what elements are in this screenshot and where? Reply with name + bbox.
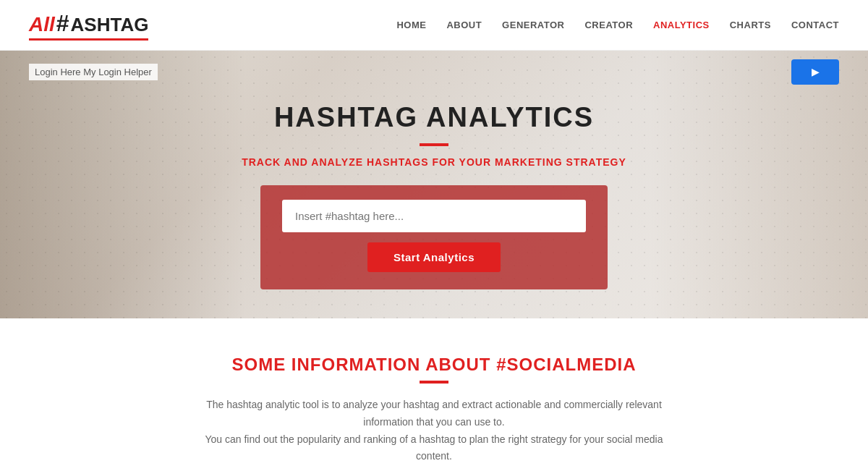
logo[interactable]: All # ASHTAG (29, 10, 148, 41)
start-analytics-button[interactable]: Start Analytics (367, 242, 501, 272)
nav-charts[interactable]: CHARTS (730, 20, 771, 30)
logo-underline (29, 38, 148, 41)
nav-contact[interactable]: CONTACT (791, 20, 839, 30)
hero-top-bar: Login Here My Login Helper ▶ (0, 51, 868, 93)
main-nav: HOME ABOUT GENERATOR CREATOR ANALYTICS C… (396, 20, 839, 30)
hero-search-box: Start Analytics (260, 185, 608, 289)
logo-ashtag: ASHTAG (71, 14, 149, 36)
nav-creator[interactable]: CREATOR (584, 20, 633, 30)
hero-subtitle-before: TRACK AND ANALYZE (242, 156, 367, 168)
info-description: The hashtag analytic tool is to analyze … (188, 397, 680, 465)
hero-blue-button[interactable]: ▶ (791, 59, 839, 85)
info-desc-line2: You can find out the popularity and rank… (205, 433, 663, 462)
nav-analytics[interactable]: ANALYTICS (653, 20, 710, 30)
nav-generator[interactable]: GENERATOR (502, 20, 564, 30)
nav-home[interactable]: HOME (396, 20, 426, 30)
info-desc-line1: The hashtag analytic tool is to analyze … (206, 399, 662, 428)
info-section: SOME INFORMATION ABOUT #SOCIALMEDIA The … (0, 318, 868, 466)
hero-content: HASHTAG ANALYTICS TRACK AND ANALYZE HASH… (242, 102, 626, 289)
info-title-before: SOME INFORMATION ABOUT (231, 355, 496, 374)
logo-hash: # (56, 10, 69, 37)
logo-all: All (29, 14, 55, 35)
info-title-highlight: #SOCIALMEDIA (496, 355, 636, 374)
hero-subtitle-after: FOR YOUR MARKETING STRATEGY (429, 156, 626, 168)
hero-subtitle: TRACK AND ANALYZE HASHTAGS FOR YOUR MARK… (242, 156, 626, 168)
hero-title: HASHTAG ANALYTICS (274, 102, 594, 133)
info-title: SOME INFORMATION ABOUT #SOCIALMEDIA (29, 355, 839, 375)
nav-about[interactable]: ABOUT (446, 20, 482, 30)
info-divider (420, 381, 448, 384)
hashtag-search-input[interactable] (282, 200, 586, 232)
site-header: All # ASHTAG HOME ABOUT GENERATOR CREATO… (0, 0, 868, 51)
hero-subtitle-highlight: HASHTAGS (367, 156, 429, 168)
hero-divider (420, 143, 448, 146)
hero-login-text: Login Here My Login Helper (29, 64, 158, 80)
hero-section: Login Here My Login Helper ▶ HASHTAG ANA… (0, 51, 868, 318)
